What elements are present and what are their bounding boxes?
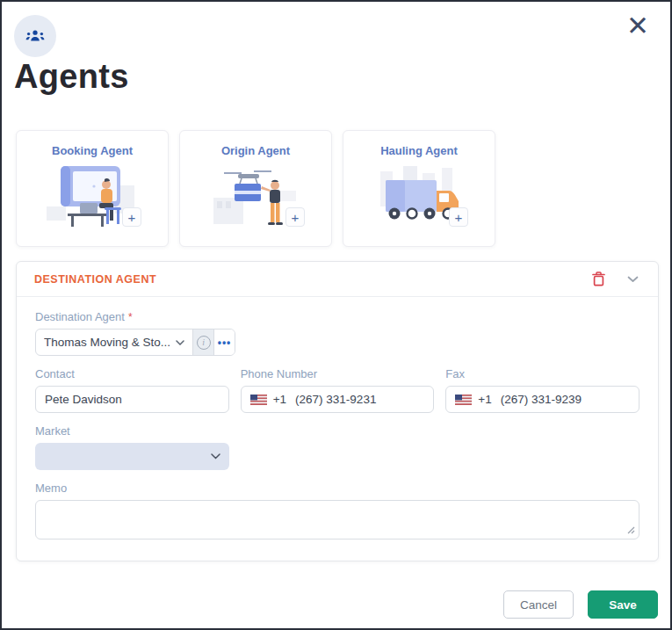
origin-agent-card: Origin Agent	[179, 130, 332, 247]
trash-icon	[592, 272, 605, 286]
us-flag-icon	[250, 395, 267, 405]
agent-info-button[interactable]: i	[193, 329, 214, 355]
fax-number-value: (267) 331-9239	[501, 393, 582, 406]
hauling-agent-title: Hauling Agent	[343, 144, 495, 157]
booking-agent-title: Booking Agent	[17, 144, 168, 157]
destination-agent-label: Destination Agent*	[35, 310, 639, 323]
close-icon[interactable]: ✕	[623, 9, 653, 43]
add-origin-agent-button[interactable]: +	[285, 207, 305, 227]
required-asterisk: *	[128, 311, 133, 323]
phone-number-input[interactable]: +1 (267) 331-9231	[241, 386, 435, 413]
destination-agent-panel: DESTINATION AGENT De	[16, 261, 659, 561]
destination-agent-control-group: Thomas Moving & Sto... i •••	[35, 329, 235, 356]
collapse-section-button[interactable]	[625, 274, 640, 285]
agent-cards-row: Booking Agent +	[16, 130, 495, 247]
chevron-down-icon	[211, 453, 220, 460]
add-hauling-agent-button[interactable]: +	[449, 207, 468, 227]
hauling-agent-card: Hauling Agent +	[343, 130, 495, 247]
market-select[interactable]	[35, 443, 229, 470]
destination-agent-value: Thomas Moving & Sto...	[44, 336, 170, 349]
destination-agent-header: DESTINATION AGENT	[17, 262, 658, 297]
fax-label: Fax	[445, 367, 639, 380]
chevron-down-icon	[627, 276, 639, 283]
us-flag-icon	[455, 395, 472, 405]
booking-agent-card: Booking Agent +	[16, 130, 169, 247]
delete-destination-agent-button[interactable]	[590, 270, 607, 288]
chevron-down-icon	[176, 340, 184, 345]
destination-agent-section-title: DESTINATION AGENT	[34, 273, 156, 286]
contact-label: Contact	[35, 367, 229, 380]
phone-number-label: Phone Number	[241, 367, 435, 380]
agents-badge	[14, 15, 56, 57]
page-title: Agents	[14, 58, 129, 96]
fax-input[interactable]: +1 (267) 331-9239	[445, 386, 639, 413]
fax-dial-code: +1	[478, 393, 491, 406]
save-button[interactable]: Save	[588, 590, 658, 619]
contact-input[interactable]	[35, 386, 229, 413]
destination-agent-select[interactable]: Thomas Moving & Sto...	[36, 329, 193, 355]
users-group-icon	[25, 29, 45, 43]
add-booking-agent-button[interactable]: +	[122, 207, 141, 227]
memo-input[interactable]	[35, 500, 639, 539]
agents-modal: Agents ✕ Booking Agent	[0, 0, 672, 630]
memo-label: Memo	[35, 482, 639, 495]
phone-number-value: (267) 331-9231	[295, 393, 376, 406]
cancel-button[interactable]: Cancel	[503, 590, 574, 619]
agent-more-options-button[interactable]: •••	[214, 329, 235, 355]
phone-dial-code: +1	[273, 393, 286, 406]
origin-agent-title: Origin Agent	[180, 144, 331, 157]
info-icon: i	[197, 336, 211, 350]
market-label: Market	[35, 424, 229, 438]
